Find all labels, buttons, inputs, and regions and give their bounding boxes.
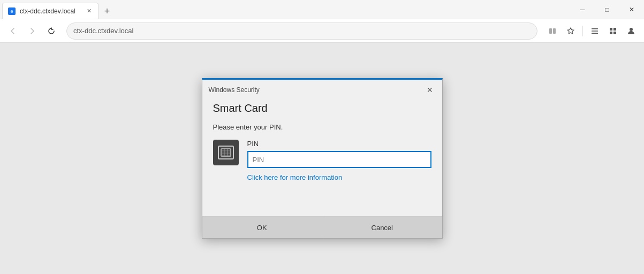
window-controls: ─ □ ✕ — [570, 0, 644, 19]
title-bar: e ctx-ddc.ctxdev.local ✕ + ─ □ ✕ — [0, 0, 644, 19]
smart-card-icon — [213, 140, 239, 165]
hamburger-menu-button[interactable] — [586, 22, 603, 40]
browser-content: Windows Security ✕ Smart Card Please ent… — [0, 43, 644, 274]
maximize-button[interactable]: □ — [595, 0, 619, 19]
svg-rect-3 — [592, 31, 598, 32]
favorites-button[interactable] — [562, 22, 579, 40]
extension-button[interactable] — [604, 22, 622, 40]
dialog-heading: Smart Card — [213, 102, 431, 115]
back-button[interactable] — [4, 22, 21, 40]
tab-favicon: e — [8, 7, 16, 15]
svg-rect-8 — [613, 32, 616, 34]
pin-section: PIN Click here for more information — [247, 140, 431, 181]
cancel-button[interactable]: Cancel — [322, 217, 442, 238]
svg-rect-4 — [592, 33, 598, 34]
ok-button[interactable]: OK — [202, 217, 322, 238]
new-tab-button[interactable]: + — [100, 4, 115, 19]
dialog-overlay: Windows Security ✕ Smart Card Please ent… — [0, 43, 644, 274]
refresh-button[interactable] — [43, 22, 60, 40]
profile-button[interactable] — [623, 22, 640, 40]
svg-rect-2 — [592, 28, 598, 29]
svg-rect-5 — [610, 28, 612, 31]
window-close-button[interactable]: ✕ — [619, 0, 644, 19]
tab-close-button[interactable]: ✕ — [84, 6, 94, 16]
address-bar-container — [66, 22, 537, 40]
pin-label: PIN — [247, 140, 431, 148]
svg-rect-1 — [553, 28, 556, 34]
dialog-footer: OK Cancel — [202, 216, 442, 238]
dialog-close-button[interactable]: ✕ — [424, 84, 436, 96]
address-bar[interactable] — [66, 22, 537, 40]
dialog-content-row: PIN Click here for more information — [213, 140, 431, 181]
dialog-subtitle: Please enter your PIN. — [213, 123, 431, 131]
active-tab[interactable]: e ctx-ddc.ctxdev.local ✕ — [2, 3, 99, 19]
svg-rect-10 — [218, 146, 233, 159]
nav-right-icons — [544, 22, 640, 40]
nav-separator — [582, 26, 583, 36]
tab-title: ctx-ddc.ctxdev.local — [20, 7, 80, 15]
svg-point-9 — [630, 28, 633, 31]
svg-rect-0 — [549, 28, 552, 34]
pin-input[interactable] — [247, 151, 431, 168]
dialog-body: Smart Card Please enter your PIN. — [202, 98, 442, 216]
svg-rect-7 — [610, 32, 612, 34]
more-info-link[interactable]: Click here for more information — [247, 173, 431, 181]
minimize-button[interactable]: ─ — [570, 0, 595, 19]
dialog-title-text: Windows Security — [209, 86, 260, 94]
forward-button[interactable] — [24, 22, 41, 40]
reader-view-button[interactable] — [544, 22, 561, 40]
nav-bar — [0, 19, 644, 43]
tab-area: e ctx-ddc.ctxdev.local ✕ + — [0, 0, 570, 19]
windows-security-dialog: Windows Security ✕ Smart Card Please ent… — [202, 78, 443, 239]
svg-rect-6 — [613, 28, 616, 31]
dialog-title-bar: Windows Security ✕ — [202, 80, 442, 98]
